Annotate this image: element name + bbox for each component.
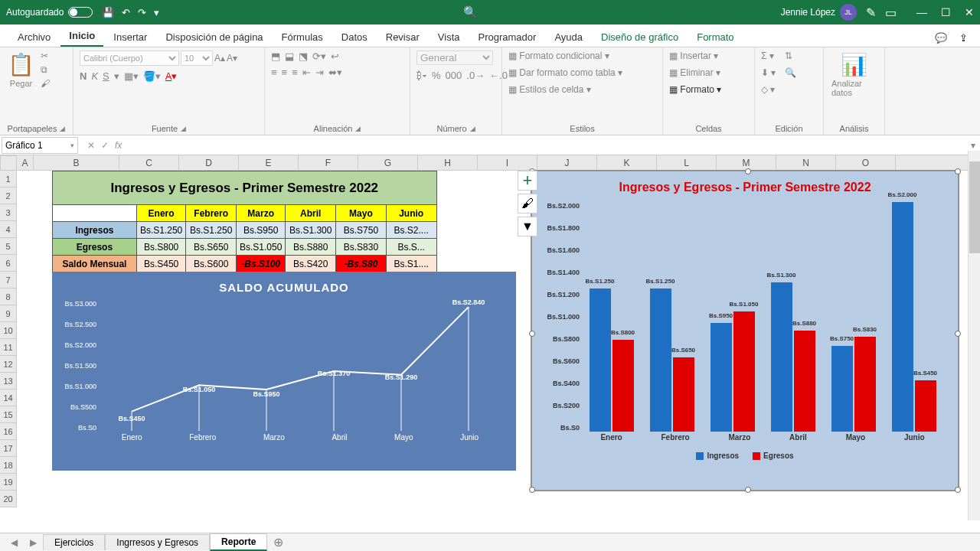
copy-icon[interactable]: ⧉ bbox=[41, 64, 50, 75]
sheet-tab-ejercicios[interactable]: Ejercicios bbox=[43, 534, 105, 550]
delete-cells-button[interactable]: ▦ Eliminar ▾ bbox=[669, 67, 721, 78]
merge-icon[interactable]: ⬌▾ bbox=[328, 67, 342, 78]
select-all-corner[interactable] bbox=[0, 155, 17, 171]
inc-decimal-icon[interactable]: .0→ bbox=[466, 70, 485, 81]
align-center-icon[interactable]: ≡ bbox=[282, 67, 288, 78]
tab-inicio[interactable]: Inicio bbox=[60, 26, 103, 47]
sheet-area: ABCDEFGHIJKLMNO 123456789101112131415161… bbox=[0, 155, 980, 523]
percent-icon[interactable]: % bbox=[432, 70, 441, 81]
tab-revisar[interactable]: Revisar bbox=[377, 28, 428, 47]
fill-color-icon[interactable]: 🪣▾ bbox=[143, 70, 161, 82]
format-painter-icon[interactable]: 🖌 bbox=[41, 78, 50, 89]
number-format-select[interactable]: General bbox=[416, 51, 493, 65]
name-box[interactable]: Gráfico 1▾ bbox=[2, 137, 78, 154]
decrease-font-icon[interactable]: A▾ bbox=[227, 53, 237, 64]
autosave-toggle[interactable]: Autoguardado bbox=[6, 7, 93, 18]
user-account[interactable]: Jennie López JL bbox=[781, 4, 857, 21]
formula-bar: Gráfico 1▾ ✕ ✓ fx ▾ bbox=[0, 135, 980, 155]
chart-element-plus-button[interactable]: + bbox=[518, 171, 537, 191]
align-right-icon[interactable]: ≡ bbox=[292, 67, 298, 78]
currency-icon[interactable]: ₿▾ bbox=[416, 70, 427, 81]
tab-programador[interactable]: Programador bbox=[470, 28, 545, 47]
tab-vista[interactable]: Vista bbox=[430, 28, 469, 47]
fx-icon[interactable]: fx bbox=[115, 140, 122, 151]
ribbon-tabs: ArchivoInicioInsertarDisposición de pági… bbox=[0, 24, 980, 47]
qat-more-icon[interactable]: ▾ bbox=[154, 7, 159, 18]
vertical-scrollbar[interactable] bbox=[968, 151, 980, 520]
search-icon[interactable]: 🔍 bbox=[463, 5, 478, 19]
thousands-icon[interactable]: 000 bbox=[446, 70, 462, 81]
analyze-data-button[interactable]: 📊Analizar datos bbox=[830, 51, 878, 99]
align-bottom-icon[interactable]: ⬔ bbox=[299, 51, 308, 62]
titlebar: Autoguardado 💾 ↶ ↷ ▾ 🔍 Jennie López JL ✎… bbox=[0, 0, 980, 24]
insert-cells-button[interactable]: ▦ Insertar ▾ bbox=[669, 51, 721, 61]
italic-button[interactable]: K bbox=[91, 70, 98, 82]
tab-fórmulas[interactable]: Fórmulas bbox=[273, 28, 332, 47]
format-cells-button[interactable]: ▦ Formato ▾ bbox=[669, 84, 721, 95]
align-middle-icon[interactable]: ⬓ bbox=[285, 51, 294, 62]
align-left-icon[interactable]: ≡ bbox=[271, 67, 277, 78]
sheet-tab-reporte[interactable]: Reporte bbox=[210, 533, 267, 551]
maximize-button[interactable]: ☐ bbox=[941, 6, 951, 18]
bar-chart-ingresos-egresos[interactable]: Ingresos y Egresos - Primer Semestre 202… bbox=[531, 171, 959, 491]
paste-button[interactable]: 📋Pegar bbox=[6, 51, 36, 90]
cancel-formula-icon[interactable]: ✕ bbox=[87, 140, 95, 151]
save-icon[interactable]: 💾 bbox=[102, 7, 114, 18]
indent-inc-icon[interactable]: ⇥ bbox=[315, 67, 324, 78]
autosum-icon[interactable]: Σ ▾ bbox=[761, 51, 776, 61]
minimize-button[interactable]: — bbox=[916, 6, 927, 18]
sort-filter-icon[interactable]: ⇅ bbox=[785, 51, 796, 61]
font-size-select[interactable]: 10 bbox=[181, 51, 213, 66]
borders-icon[interactable]: ▦▾ bbox=[124, 70, 139, 82]
share-icon[interactable]: ⇪ bbox=[956, 29, 971, 47]
orientation-icon[interactable]: ⟳▾ bbox=[312, 51, 326, 62]
cut-icon[interactable]: ✂ bbox=[41, 51, 50, 61]
comments-icon[interactable]: 💬 bbox=[932, 29, 950, 47]
cell-styles-button[interactable]: ▦ Estilos de celda ▾ bbox=[508, 84, 622, 95]
align-top-icon[interactable]: ⬒ bbox=[271, 51, 280, 62]
bold-button[interactable]: N bbox=[80, 70, 87, 82]
format-table-button[interactable]: ▦ Dar formato como tabla ▾ bbox=[508, 67, 622, 78]
wrap-text-icon[interactable]: ↩ bbox=[331, 51, 339, 62]
tab-disposición-de-página[interactable]: Disposición de página bbox=[157, 28, 271, 47]
tab-diseño-de-gráfico[interactable]: Diseño de gráfico bbox=[593, 28, 687, 47]
line-chart-saldo-acumulado[interactable]: SALDO ACUMULADO Bs.S3.000Bs.S2.500Bs.S2.… bbox=[52, 272, 516, 471]
tab-formato[interactable]: Formato bbox=[688, 28, 742, 47]
tab-datos[interactable]: Datos bbox=[333, 28, 376, 47]
tab-archivo[interactable]: Archivo bbox=[9, 28, 59, 47]
bar-chart-legend: Ingresos Egresos bbox=[538, 452, 952, 460]
tab-insertar[interactable]: Insertar bbox=[105, 28, 155, 47]
line-plot-svg bbox=[98, 300, 502, 431]
font-color-icon[interactable]: A▾ bbox=[165, 70, 178, 82]
tab-ayuda[interactable]: Ayuda bbox=[546, 28, 591, 47]
undo-icon[interactable]: ↶ bbox=[122, 7, 130, 18]
table-title: Ingresos y Egresos - Primer Semestre 202… bbox=[53, 171, 437, 205]
ribbon: 📋Pegar ✂ ⧉ 🖌 Portapapeles ◢ Calibri (Cue… bbox=[0, 47, 980, 135]
underline-button[interactable]: S bbox=[103, 70, 109, 82]
sheet-tabs: ◀ ▶ EjerciciosIngrresos y EgresosReporte… bbox=[0, 533, 980, 551]
accept-formula-icon[interactable]: ✓ bbox=[101, 140, 109, 151]
avatar: JL bbox=[840, 4, 857, 21]
chart-styles-brush-button[interactable]: 🖌 bbox=[518, 194, 537, 214]
toggle-icon bbox=[68, 7, 93, 18]
sheet-nav-next[interactable]: ▶ bbox=[24, 537, 43, 548]
fill-icon[interactable]: ⬇ ▾ bbox=[761, 67, 776, 78]
chart-filter-funnel-button[interactable]: ▼ bbox=[518, 217, 537, 236]
indent-dec-icon[interactable]: ⇤ bbox=[302, 67, 311, 78]
conditional-format-button[interactable]: ▦ Formato condicional ▾ bbox=[508, 51, 622, 61]
font-name-select[interactable]: Calibri (Cuerpo) bbox=[80, 51, 179, 66]
clear-icon[interactable]: ◇ ▾ bbox=[761, 84, 776, 95]
ribbon-mode-icon[interactable]: ▭ bbox=[885, 5, 897, 20]
column-headers[interactable]: ABCDEFGHIJKLMNO bbox=[17, 155, 968, 171]
pen-icon[interactable]: ✎ bbox=[866, 5, 876, 20]
grid[interactable]: Ingresos y Egresos - Primer Semestre 202… bbox=[17, 171, 968, 523]
new-sheet-button[interactable]: ⊕ bbox=[267, 535, 289, 549]
sheet-nav-prev[interactable]: ◀ bbox=[5, 537, 24, 548]
sheet-tab-ingrresos y egresos[interactable]: Ingrresos y Egresos bbox=[105, 534, 210, 550]
row-headers[interactable]: 1234567891011121314151617181920 bbox=[0, 171, 17, 507]
increase-font-icon[interactable]: A▴ bbox=[214, 53, 225, 64]
redo-icon[interactable]: ↷ bbox=[138, 7, 146, 18]
find-icon[interactable]: 🔍 bbox=[785, 67, 796, 78]
close-button[interactable]: ✕ bbox=[965, 6, 974, 18]
